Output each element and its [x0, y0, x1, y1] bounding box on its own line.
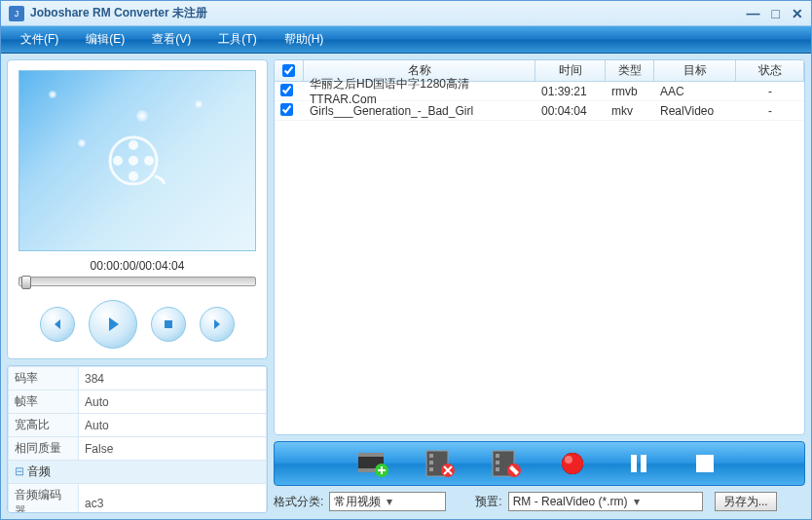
preset-select[interactable]: RM - RealVideo (*.rm) [508, 492, 703, 511]
svg-point-1 [129, 156, 138, 166]
svg-rect-8 [358, 453, 384, 457]
col-target[interactable]: 目标 [654, 60, 736, 81]
svg-rect-27 [696, 455, 714, 472]
record-button[interactable] [555, 447, 590, 480]
cell-target: AAC [654, 83, 736, 100]
close-button[interactable]: ✕ [792, 6, 803, 21]
clear-list-button[interactable] [489, 447, 524, 480]
bottom-bar: 格式分类: 常用视频 预置: RM - RealVideo (*.rm) 另存为… [274, 490, 805, 513]
maximize-button[interactable]: □ [772, 6, 780, 21]
svg-rect-14 [429, 467, 433, 471]
cell-type: mkv [606, 102, 654, 120]
table-body: 华丽之后HD国语中字1280高清 TTRAR.Com01:39:21rmvbAA… [275, 82, 804, 434]
window-title: Joboshare RM Converter 未注册 [30, 5, 747, 21]
svg-point-5 [144, 156, 154, 166]
table-row[interactable]: 华丽之后HD国语中字1280高清 TTRAR.Com01:39:21rmvbAA… [275, 82, 804, 101]
menu-edit[interactable]: 编辑(E) [72, 27, 138, 52]
cell-time: 01:39:21 [535, 83, 606, 100]
col-type[interactable]: 类型 [606, 60, 654, 81]
svg-rect-13 [429, 461, 433, 464]
table-row[interactable]: Girls___Generation_-_Bad_Girl00:04:04mkv… [275, 101, 804, 121]
prop-val[interactable]: Auto [79, 414, 267, 437]
svg-point-4 [113, 156, 123, 166]
menu-file[interactable]: 文件(F) [7, 27, 72, 52]
save-as-button[interactable]: 另存为... [715, 492, 777, 511]
svg-rect-25 [631, 455, 637, 472]
col-time[interactable]: 时间 [535, 60, 606, 81]
stop-action-button[interactable] [687, 447, 722, 480]
seek-knob[interactable] [21, 276, 31, 289]
minimize-button[interactable]: — [747, 6, 760, 21]
format-label: 格式分类: [274, 494, 323, 510]
menu-bar: 文件(F) 编辑(E) 查看(V) 工具(T) 帮助(H) [1, 26, 811, 54]
cell-name: Girls___Generation_-_Bad_Girl [304, 102, 535, 120]
menu-tools[interactable]: 工具(T) [204, 27, 270, 52]
action-bar [274, 441, 805, 486]
cell-status: - [736, 102, 804, 120]
svg-point-2 [129, 140, 138, 150]
svg-rect-6 [165, 320, 172, 328]
properties-panel[interactable]: 码率384帧率Auto宽高比Auto相同质量False音频音频编码器ac3码率1… [7, 365, 268, 513]
svg-rect-26 [641, 455, 646, 472]
cell-time: 00:04:04 [535, 102, 606, 120]
menu-help[interactable]: 帮助(H) [271, 27, 338, 52]
remove-file-button[interactable] [423, 447, 458, 480]
app-icon: J [9, 6, 24, 21]
prop-key: 码率 [9, 367, 79, 390]
prop-key: 相同质量 [9, 437, 79, 461]
stop-button[interactable] [151, 307, 186, 342]
prop-val[interactable]: ac3 [79, 484, 267, 514]
cell-status: - [736, 83, 804, 100]
cell-target: RealVideo [654, 102, 736, 120]
preset-label: 预置: [475, 494, 501, 510]
prop-key: 宽高比 [9, 414, 79, 437]
col-check[interactable] [275, 60, 304, 81]
title-bar: J Joboshare RM Converter 未注册 — □ ✕ [1, 1, 811, 26]
svg-rect-17 [496, 454, 499, 458]
prop-val[interactable]: False [79, 437, 267, 461]
cell-type: rmvb [606, 83, 654, 100]
svg-rect-12 [429, 454, 433, 458]
svg-point-3 [129, 171, 138, 181]
seek-bar[interactable] [18, 277, 256, 286]
preview-image [18, 70, 256, 251]
prop-val[interactable]: 384 [79, 367, 267, 390]
prop-group[interactable]: 音频 [9, 461, 267, 484]
prev-button[interactable] [40, 307, 75, 342]
menu-view[interactable]: 查看(V) [138, 27, 204, 52]
col-status[interactable]: 状态 [736, 60, 804, 81]
film-reel-icon [106, 130, 168, 192]
format-select[interactable]: 常用视频 [329, 492, 446, 511]
timecode: 00:00:00/00:04:04 [91, 259, 185, 273]
add-file-button[interactable] [356, 447, 391, 480]
play-button[interactable] [89, 300, 137, 349]
file-list-panel: 名称 时间 类型 目标 状态 华丽之后HD国语中字1280高清 TTRAR.Co… [274, 59, 805, 435]
pause-button[interactable] [621, 447, 656, 480]
next-button[interactable] [200, 307, 235, 342]
prop-key: 音频编码器 [9, 484, 79, 514]
svg-point-24 [565, 456, 572, 464]
svg-rect-18 [496, 461, 499, 464]
prop-val[interactable]: Auto [79, 390, 267, 414]
preview-panel: 00:00:00/00:04:04 [7, 59, 268, 359]
svg-point-23 [562, 453, 583, 474]
prop-key: 帧率 [9, 390, 79, 414]
svg-rect-19 [496, 467, 499, 471]
